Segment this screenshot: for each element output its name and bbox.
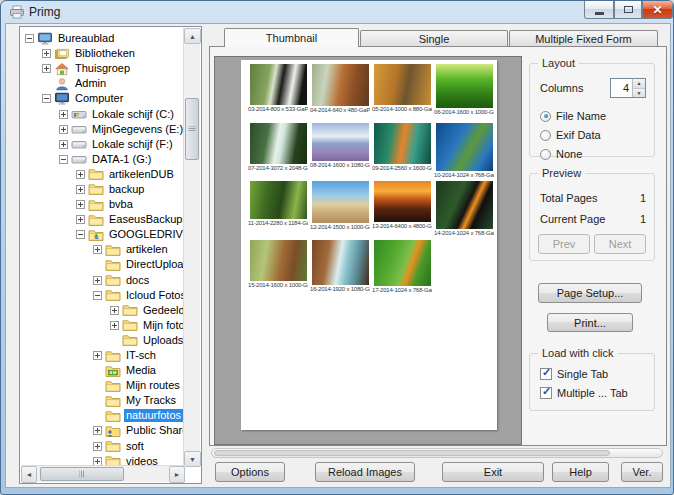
tree-item-my-tracks[interactable]: My Tracks (22, 393, 185, 408)
expand-icon[interactable] (110, 306, 119, 315)
maximize-button[interactable] (614, 1, 642, 19)
radio-selected-icon[interactable] (540, 111, 551, 122)
tab-multiple-fixed-form[interactable]: Multiple Fixed Form (509, 30, 658, 47)
thumbnail-cell[interactable]: 04-2014-640 x 480-GaPu.j... (309, 64, 371, 123)
scroll-down-button[interactable]: ▼ (184, 451, 201, 467)
expand-icon[interactable] (59, 140, 68, 149)
tree-item-googledrive[interactable]: GOOGLEDRIVE (22, 227, 185, 242)
tree-item-backup[interactable]: backup (22, 182, 185, 197)
tree-item-natuurfotos[interactable]: natuurfotos (22, 408, 185, 423)
expand-icon[interactable] (93, 276, 102, 285)
page-setup-button[interactable]: Page Setup... (538, 283, 642, 303)
tree-item-bibliotheken[interactable]: Bibliotheken (22, 46, 185, 61)
expand-icon[interactable] (93, 245, 102, 254)
tree-item-admin[interactable]: Admin (22, 76, 185, 91)
tree-item-uploads[interactable]: Uploads (22, 333, 185, 348)
scroll-left-button[interactable]: ◄ (21, 466, 37, 483)
tree-item-artikelen[interactable]: artikelen (22, 242, 185, 257)
thumbnail-cell[interactable]: 16-2014-1920 x 1080-GaP... (309, 240, 371, 299)
tree-item-icloud-fotos[interactable]: Icloud Fotos (22, 288, 185, 303)
spin-down-button[interactable]: ▼ (633, 89, 645, 98)
scrollbar-thumb[interactable] (214, 450, 610, 456)
expand-icon[interactable] (76, 170, 85, 179)
tab-single[interactable]: Single (360, 30, 508, 47)
expand-icon[interactable] (59, 125, 68, 134)
tree-item-thuisgroep[interactable]: Thuisgroep (22, 61, 185, 76)
thumbnail-cell[interactable]: 10-2014-1024 x 768-GaPu... (433, 123, 495, 182)
collapse-icon[interactable] (59, 155, 68, 164)
main-horizontal-scrollbar[interactable] (211, 448, 663, 458)
title-bar[interactable]: Primg ✕ (1, 1, 673, 23)
close-button[interactable]: ✕ (642, 1, 673, 19)
thumbnail-cell[interactable]: 08-2014-1600 x 1080-GaP... (309, 123, 371, 182)
scrollbar-thumb[interactable] (185, 98, 199, 160)
thumbnail-cell[interactable]: 13-2014-6400 x 4800-GaP... (371, 181, 433, 240)
expand-icon[interactable] (93, 426, 102, 435)
radio-file-name[interactable]: File Name (540, 110, 606, 122)
checkbox-checked-icon[interactable] (540, 387, 552, 399)
scroll-up-button[interactable]: ▲ (184, 28, 201, 44)
print-button[interactable]: Print... (547, 313, 633, 332)
expand-icon[interactable] (76, 185, 85, 194)
scrollbar-thumb[interactable] (40, 467, 124, 481)
radio-icon[interactable] (540, 130, 551, 141)
thumbnail-cell[interactable]: 12-2014-1500 x 1000-GaP... (309, 181, 371, 240)
checkbox-checked-icon[interactable] (540, 368, 552, 380)
expand-icon[interactable] (93, 442, 102, 451)
checkbox-single-tab[interactable]: Single Tab (540, 368, 608, 380)
tree-item-data-1-g-[interactable]: DATA-1 (G:) (22, 152, 185, 167)
help-button[interactable]: Help (552, 462, 609, 482)
next-page-button[interactable]: Next (594, 234, 646, 254)
radio-exif-data[interactable]: Exif Data (540, 129, 601, 141)
thumbnail-cell[interactable]: 14-2014-1024 x 768-GaPu... (433, 181, 495, 240)
expand-icon[interactable] (42, 64, 51, 73)
scroll-right-button[interactable]: ► (169, 466, 185, 483)
thumbnail-cell[interactable]: 03-2014-800 x 533-GaPu.jpg (247, 64, 309, 123)
tree-item-directuploads[interactable]: DirectUploads (22, 257, 185, 272)
thumbnail-cell[interactable]: 15-2014-1600 x 1000-GaP... (247, 240, 309, 299)
options-button[interactable]: Options (215, 462, 285, 482)
tab-thumbnail[interactable]: Thumbnail (224, 28, 359, 47)
radio-none[interactable]: None (540, 148, 582, 160)
tree-item-easeusbackups[interactable]: EaseusBackups (22, 212, 185, 227)
collapse-icon[interactable] (76, 230, 85, 239)
tree-item-computer[interactable]: Computer (22, 91, 185, 106)
tree-scrollbar-horizontal[interactable]: ◄ ► (21, 465, 185, 482)
tree-item-lokale-schijf-c-[interactable]: Lokale schijf (C:) (22, 106, 185, 121)
exit-button[interactable]: Exit (442, 462, 544, 482)
tree-item-gedeeld[interactable]: Gedeeld (22, 303, 185, 318)
tree-item-media[interactable]: Media (22, 363, 185, 378)
expand-icon[interactable] (76, 215, 85, 224)
tree-item-bureaublad[interactable]: Bureaublad (22, 31, 185, 46)
minimize-button[interactable] (584, 1, 614, 19)
tree-item-lokale-schijf-f-[interactable]: Lokale schijf (F:) (22, 137, 185, 152)
tree-item-public-share[interactable]: Public Share (22, 423, 185, 438)
radio-icon[interactable] (540, 149, 551, 160)
thumbnail-cell[interactable]: 17-2014-1024 x 768-GaPu... (371, 240, 433, 299)
tree-item-docs[interactable]: docs (22, 273, 185, 288)
columns-spinner[interactable]: 4 ▲ ▼ (610, 78, 646, 98)
tree-scrollbar-vertical[interactable]: ▲ ▼ (183, 28, 200, 467)
columns-value[interactable]: 4 (611, 79, 632, 97)
thumbnail-cell[interactable]: 05-2014-1000 x 880-GaPu... (371, 64, 433, 123)
expand-icon[interactable] (76, 200, 85, 209)
tree-item-soft[interactable]: soft (22, 439, 185, 454)
expand-icon[interactable] (93, 351, 102, 360)
collapse-icon[interactable] (93, 291, 102, 300)
expand-icon[interactable] (110, 321, 119, 330)
tree-item-mijngegevens-e-[interactable]: MijnGegevens (E:) (22, 122, 185, 137)
thumbnail-cell[interactable]: 07-2014-3072 x 2048-GaP... (247, 123, 309, 182)
expand-icon[interactable] (59, 110, 68, 119)
thumbnail-cell[interactable]: 06-2014-1600 x 1000-GaP... (433, 64, 495, 123)
ver--button[interactable]: Ver. (621, 462, 663, 482)
expand-icon[interactable] (42, 49, 51, 58)
spin-up-button[interactable]: ▲ (633, 79, 645, 89)
thumbnail-cell[interactable]: 11-2014-2280 x 1184-GaP... (247, 181, 309, 240)
tree-item-it-sch[interactable]: IT-sch (22, 348, 185, 363)
prev-page-button[interactable]: Prev (538, 234, 590, 254)
collapse-icon[interactable] (25, 34, 34, 43)
checkbox-multiple-tab[interactable]: Multiple ... Tab (540, 387, 628, 399)
tree-item-mijn-fotostre[interactable]: Mijn fotostre (22, 318, 185, 333)
tree-item-bvba[interactable]: bvba (22, 197, 185, 212)
collapse-icon[interactable] (42, 94, 51, 103)
